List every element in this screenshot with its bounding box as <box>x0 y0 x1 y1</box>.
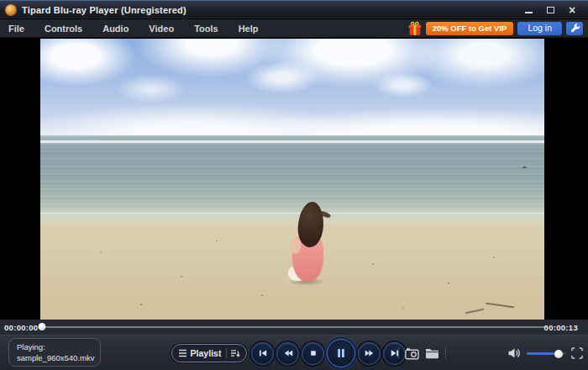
video-frame <box>40 39 544 320</box>
fullscreen-button[interactable] <box>571 347 583 359</box>
camera-icon <box>405 347 419 360</box>
fast-forward-button[interactable] <box>358 342 381 365</box>
rewind-button[interactable] <box>276 342 299 365</box>
menu-tools[interactable]: Tools <box>194 24 218 34</box>
snapshot-button[interactable] <box>405 347 419 360</box>
pause-button[interactable] <box>327 339 355 367</box>
hamburger-icon <box>178 349 187 357</box>
rewind-icon <box>282 347 294 359</box>
menu-help[interactable]: Help <box>239 24 259 34</box>
elapsed-time: 00:00:00 <box>4 323 38 332</box>
progress-thumb[interactable] <box>39 323 46 330</box>
previous-button[interactable] <box>251 342 274 365</box>
toolkit-button[interactable] <box>566 22 583 35</box>
control-bar: Playing: sample_960x540.mkv Playlist <box>0 335 588 370</box>
vip-offer-button[interactable]: 20% OFF to Get VIP <box>426 22 514 35</box>
video-clouds <box>40 39 544 135</box>
menu-controls[interactable]: Controls <box>45 24 82 34</box>
file-actions <box>398 336 446 370</box>
progress-row: 00:00:00 00:00:13 <box>0 320 588 335</box>
minimize-button[interactable] <box>521 3 536 16</box>
menu-right-actions: 20% OFF to Get VIP Log in <box>408 21 588 36</box>
volume-thumb[interactable] <box>554 350 563 358</box>
seek-bar[interactable] <box>37 320 548 335</box>
title-bar: Tipard Blu-ray Player (Unregistered) × <box>0 0 588 18</box>
volume-controls <box>507 336 583 370</box>
menu-video[interactable]: Video <box>149 24 174 34</box>
wrench-icon <box>570 23 580 34</box>
minimize-icon <box>525 12 533 13</box>
login-button[interactable]: Log in <box>517 22 562 35</box>
fast-forward-icon <box>364 347 375 359</box>
menu-file[interactable]: File <box>8 24 24 34</box>
open-file-button[interactable] <box>425 347 439 359</box>
video-sky <box>40 39 544 135</box>
previous-icon <box>257 347 269 359</box>
app-logo-icon <box>5 4 17 16</box>
gift-icon <box>408 21 422 36</box>
now-playing-label: Playing: <box>17 341 92 352</box>
app-window: Tipard Blu-ray Player (Unregistered) × F… <box>0 0 588 370</box>
total-duration: 00:00:13 <box>544 323 578 332</box>
fullscreen-icon <box>571 347 583 359</box>
play-order-icon <box>230 349 240 358</box>
pause-icon <box>333 346 349 361</box>
volume-slider[interactable] <box>527 347 565 359</box>
menu-audio[interactable]: Audio <box>102 24 129 34</box>
stop-icon <box>307 347 319 359</box>
playlist-button[interactable]: Playlist <box>171 344 247 362</box>
speaker-icon <box>507 347 521 359</box>
window-controls: × <box>521 3 583 16</box>
now-playing-box: Playing: sample_960x540.mkv <box>8 338 101 367</box>
video-person <box>286 202 329 288</box>
menu-items: File Controls Audio Video Tools Help <box>0 24 278 34</box>
now-playing-filename: sample_960x540.mkv <box>17 352 92 363</box>
close-button[interactable]: × <box>564 3 580 16</box>
maximize-icon <box>547 7 554 13</box>
transport-controls <box>251 336 406 370</box>
stop-button[interactable] <box>302 342 324 365</box>
close-icon: × <box>569 4 575 16</box>
video-area[interactable] <box>0 38 588 320</box>
menu-bar: File Controls Audio Video Tools Help 20%… <box>0 19 588 38</box>
seek-track <box>37 326 548 328</box>
folder-icon <box>425 347 439 359</box>
window-title: Tipard Blu-ray Player (Unregistered) <box>22 5 186 15</box>
playlist-label: Playlist <box>187 348 224 358</box>
mute-button[interactable] <box>507 347 521 359</box>
maximize-button[interactable] <box>543 3 558 16</box>
